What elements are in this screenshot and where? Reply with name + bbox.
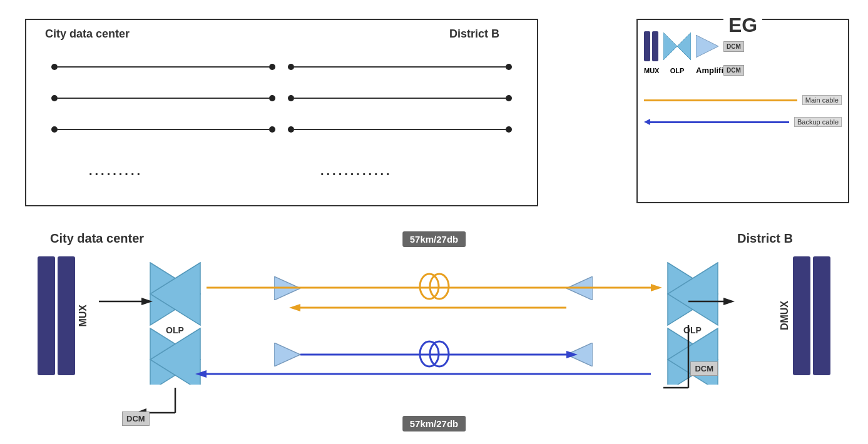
dmux-rect-1 (793, 256, 810, 375)
mux-label-legend: MUX (644, 67, 658, 74)
dcm-right: DCM (690, 361, 718, 376)
amp-left-bottom (274, 343, 300, 369)
olp-label-legend: OLP (663, 67, 691, 74)
olp-right-label: OLP (683, 325, 702, 335)
main-cable-label: Main cable (802, 95, 842, 105)
dots-left: ......... (89, 164, 143, 178)
line-row-3 (51, 126, 512, 133)
dot (269, 64, 275, 70)
svg-marker-12 (274, 343, 300, 366)
amp-left-top (274, 276, 300, 303)
svg-marker-2 (696, 35, 718, 58)
line-seg (58, 129, 269, 130)
dot (506, 64, 512, 70)
dcm-icon-legend-top: DCM (723, 41, 744, 52)
mux-rect-1 (38, 256, 55, 375)
dot (288, 64, 294, 70)
line-seg (294, 129, 506, 130)
mux-rect-2 (58, 256, 75, 375)
dcm-label-legend: DCM (723, 65, 744, 76)
dmux-label-bottom: DMUX (779, 301, 790, 330)
dcm-left: DCM (122, 411, 150, 426)
amp-right-top (566, 276, 593, 303)
coil-main (418, 272, 451, 303)
svg-marker-11 (274, 276, 300, 300)
dot (51, 95, 58, 101)
coil-backup (418, 340, 451, 371)
svg-marker-1 (677, 33, 691, 60)
line-seg (58, 66, 269, 68)
district-b-label-top: District B (449, 28, 499, 41)
dot (269, 126, 275, 133)
svg-marker-13 (566, 276, 593, 300)
dmux-rect-2 (813, 256, 830, 375)
line-seg (294, 66, 506, 68)
dot (269, 95, 275, 101)
line-row-2 (51, 95, 512, 101)
backup-cable-label: Backup cable (794, 117, 842, 127)
backup-cable-legend-row: Backup cable (644, 117, 842, 127)
main-cable-legend-row: Main cable (644, 95, 842, 105)
olp-left: OLP (147, 260, 203, 387)
bottom-diagram: City data center District B 57km/27db 57… (0, 225, 868, 438)
olp-icon-legend (663, 33, 691, 60)
mux-label-bottom: MUX (78, 305, 89, 327)
city-label-bottom: City data center (50, 231, 144, 246)
top-left-diagram: City data center District B ......... ..… (25, 19, 538, 206)
svg-marker-18 (289, 304, 300, 311)
amplifier-icon-legend (696, 35, 718, 58)
line-seg (58, 98, 269, 99)
olp-left-label: OLP (166, 325, 184, 335)
svg-marker-29 (723, 298, 735, 305)
district-label-bottom: District B (737, 231, 793, 246)
svg-marker-14 (566, 343, 593, 366)
line-row-1 (51, 64, 512, 70)
cable-svg (0, 225, 868, 438)
dot (288, 126, 294, 133)
svg-marker-0 (663, 33, 677, 60)
dot (506, 95, 512, 101)
distance-label-top: 57km/27db (402, 231, 466, 247)
dmux-group-right: DMUX (779, 256, 830, 375)
eg-legend-box: EG DCM MUX OLP Amplifier DCM (636, 19, 849, 203)
dot (506, 126, 512, 133)
main-cable-line (644, 99, 797, 101)
dots-right: ............ (320, 164, 392, 178)
city-data-center-label: City data center (45, 28, 130, 41)
dot (51, 64, 58, 70)
svg-marker-16 (651, 284, 662, 291)
dot (288, 95, 294, 101)
dot (51, 126, 58, 133)
amplifier-label-legend: Amplifier (696, 66, 718, 75)
line-seg (294, 98, 506, 99)
amp-right-bottom (566, 343, 593, 369)
mux-icon-legend (644, 31, 658, 61)
backup-cable-line (650, 121, 789, 123)
mux-group-left: MUX (38, 256, 89, 375)
distance-label-bottom: 57km/27db (402, 416, 466, 431)
